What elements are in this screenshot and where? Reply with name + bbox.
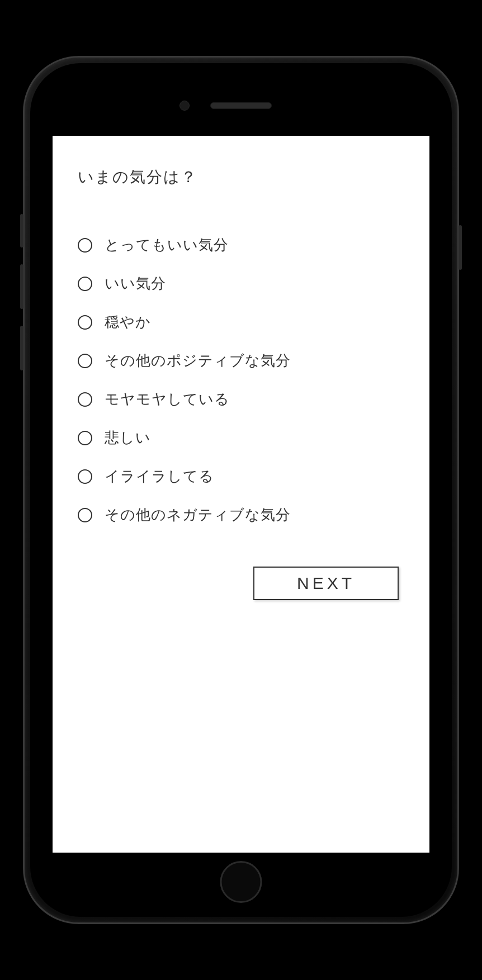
option-label: その他のポジティブな気分 bbox=[105, 351, 291, 370]
mute-switch bbox=[20, 214, 23, 248]
options-list: とってもいい気分 いい気分 穏やか その他のポジティブな気分 モヤモヤしている bbox=[78, 235, 404, 525]
radio-icon bbox=[78, 431, 92, 445]
question-title: いまの気分は？ bbox=[78, 166, 404, 188]
option-item-1[interactable]: いい気分 bbox=[78, 274, 404, 293]
next-button[interactable]: NEXT bbox=[253, 567, 399, 600]
radio-icon bbox=[78, 277, 92, 291]
option-label: 穏やか bbox=[105, 312, 151, 332]
option-item-3[interactable]: その他のポジティブな気分 bbox=[78, 351, 404, 370]
volume-buttons bbox=[20, 214, 23, 387]
radio-icon bbox=[78, 315, 92, 330]
app-screen: いまの気分は？ とってもいい気分 いい気分 穏やか その他のポジティブな気分 bbox=[53, 136, 429, 853]
volume-up-button bbox=[20, 264, 23, 309]
option-label: いい気分 bbox=[105, 274, 166, 293]
radio-icon bbox=[78, 354, 92, 368]
button-row: NEXT bbox=[78, 567, 404, 600]
home-button[interactable] bbox=[220, 861, 262, 903]
radio-icon bbox=[78, 469, 92, 484]
power-button bbox=[459, 225, 462, 270]
option-label: 悲しい bbox=[105, 428, 151, 448]
phone-inner: いまの気分は？ とってもいい気分 いい気分 穏やか その他のポジティブな気分 bbox=[30, 63, 452, 917]
phone-frame: いまの気分は？ とってもいい気分 いい気分 穏やか その他のポジティブな気分 bbox=[23, 56, 459, 924]
option-label: モヤモヤしている bbox=[105, 389, 230, 409]
radio-icon bbox=[78, 238, 92, 253]
option-item-6[interactable]: イライラしてる bbox=[78, 467, 404, 486]
option-label: とってもいい気分 bbox=[105, 235, 229, 255]
option-item-0[interactable]: とってもいい気分 bbox=[78, 235, 404, 255]
option-label: その他のネガティブな気分 bbox=[105, 505, 291, 525]
option-item-4[interactable]: モヤモヤしている bbox=[78, 389, 404, 409]
speaker bbox=[210, 102, 272, 109]
option-item-7[interactable]: その他のネガティブな気分 bbox=[78, 505, 404, 525]
radio-icon bbox=[78, 392, 92, 407]
option-item-2[interactable]: 穏やか bbox=[78, 312, 404, 332]
volume-down-button bbox=[20, 326, 23, 370]
option-label: イライラしてる bbox=[105, 467, 214, 486]
front-camera bbox=[179, 101, 190, 111]
radio-icon bbox=[78, 508, 92, 522]
option-item-5[interactable]: 悲しい bbox=[78, 428, 404, 448]
